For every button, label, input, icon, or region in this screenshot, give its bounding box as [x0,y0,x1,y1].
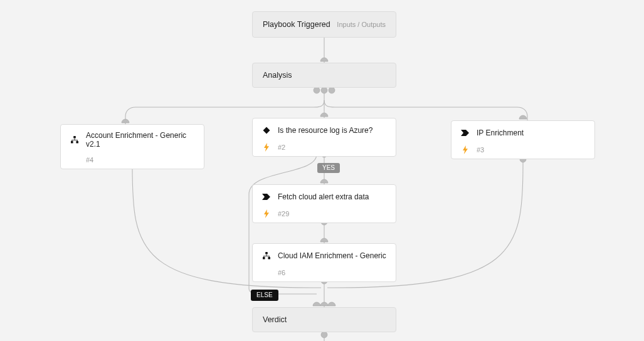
node-cloud-iam-enrichment[interactable]: Cloud IAM Enrichment - Generic #6 [252,243,396,282]
svg-rect-20 [267,254,267,256]
node-title: Is the resource log is Azure? [278,126,372,135]
node-account-enrichment[interactable]: Account Enrichment - Generic v2.1 #4 [60,124,204,169]
svg-rect-13 [71,140,77,140]
bolt-icon [460,145,470,155]
svg-rect-10 [71,141,73,144]
node-title: Fetch cloud alert extra data [278,192,369,201]
node-verdict[interactable]: Verdict [252,307,396,332]
task-icon [261,192,272,202]
svg-rect-17 [265,252,268,254]
branch-label-else: ELSE [251,290,278,301]
svg-point-0 [314,87,320,93]
task-icon [460,128,470,138]
svg-rect-11 [76,141,78,144]
svg-rect-9 [73,136,76,139]
node-index: #4 [86,156,93,164]
node-index: #3 [477,146,484,154]
svg-rect-15 [77,140,78,141]
node-title: Account Enrichment - Generic v2.1 [86,131,195,149]
node-is-azure-condition[interactable]: Is the resource log is Azure? #2 [252,118,396,157]
node-analysis[interactable]: Analysis [252,63,396,88]
node-title: Cloud IAM Enrichment - Generic [278,251,386,260]
node-index: #29 [278,210,289,218]
svg-point-1 [321,87,327,93]
svg-point-2 [329,87,335,93]
node-title: IP Enrichment [477,129,524,137]
svg-rect-19 [268,257,270,260]
svg-rect-21 [263,256,269,256]
node-title: Verdict [263,315,287,324]
node-title: Analysis [263,71,292,80]
node-index: #2 [278,144,285,151]
svg-rect-16 [263,127,270,134]
svg-rect-22 [263,256,264,257]
node-fetch-cloud-alert[interactable]: Fetch cloud alert extra data #29 [252,184,396,223]
svg-rect-23 [269,256,270,257]
io-link[interactable]: Inputs / Outputs [337,21,386,28]
svg-point-8 [321,332,327,338]
svg-rect-12 [75,139,75,140]
bolt-icon [261,209,272,219]
subplaybook-icon [261,251,272,261]
node-index: #6 [278,269,285,276]
subplaybook-icon [70,135,80,145]
bolt-icon [261,142,272,152]
node-title: Playbook Triggered [263,20,330,29]
node-ip-enrichment[interactable]: IP Enrichment #3 [451,120,595,159]
svg-rect-18 [263,257,265,260]
branch-label-yes: YES [317,163,340,173]
node-playbook-triggered[interactable]: Playbook Triggered Inputs / Outputs [252,11,396,38]
svg-rect-14 [71,140,72,141]
condition-icon [261,125,272,135]
